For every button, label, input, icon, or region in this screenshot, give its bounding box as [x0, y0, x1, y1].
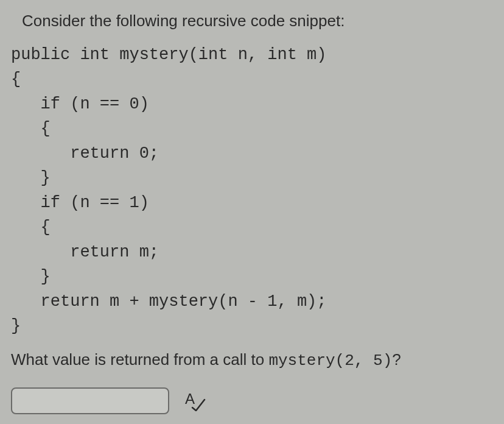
code-snippet: public int mystery(int n, int m) { if (n… — [11, 43, 492, 339]
svg-text:A: A — [185, 390, 195, 407]
spellcheck-icon[interactable]: A — [183, 390, 208, 411]
question-prefix: What value is returned from a call to — [11, 350, 268, 369]
question-text: What value is returned from a call to my… — [11, 350, 492, 372]
question-container: Consider the following recursive code sn… — [0, 0, 504, 414]
answer-input[interactable] — [11, 387, 169, 414]
question-suffix: ? — [392, 350, 401, 369]
intro-text: Consider the following recursive code sn… — [22, 11, 492, 32]
answer-row: A — [11, 387, 492, 414]
question-code: mystery(2, 5) — [268, 352, 392, 370]
